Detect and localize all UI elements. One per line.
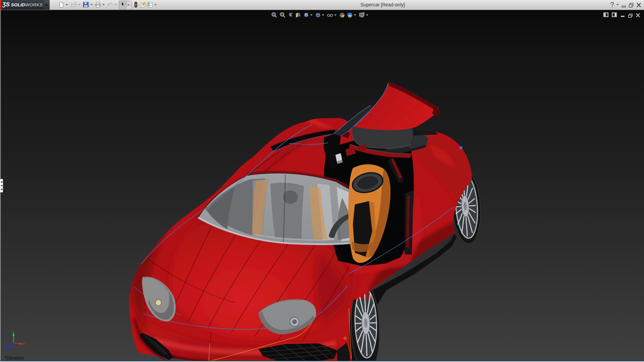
svg-text:Y: Y <box>12 330 14 333</box>
